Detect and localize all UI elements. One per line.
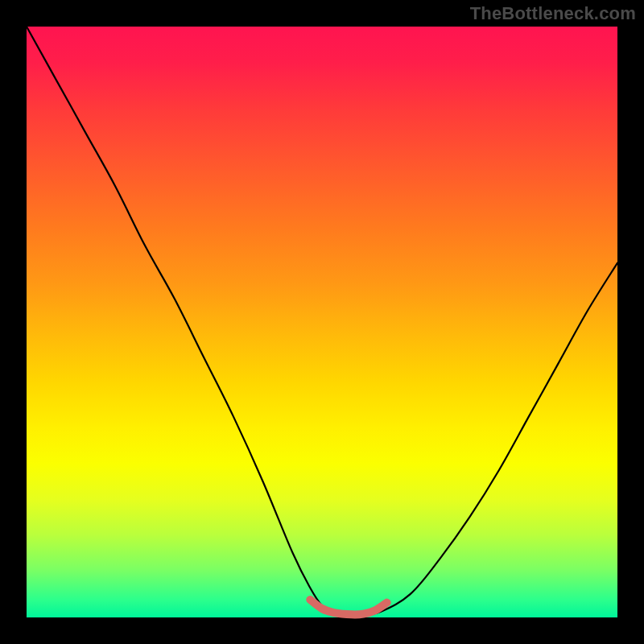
curve-layer	[27, 27, 617, 617]
watermark-text: TheBottleneck.com	[470, 3, 636, 24]
sweet-spot-band	[310, 600, 386, 614]
bottleneck-curve	[27, 27, 617, 615]
plot-area	[27, 27, 617, 617]
chart-frame: TheBottleneck.com	[0, 0, 644, 644]
